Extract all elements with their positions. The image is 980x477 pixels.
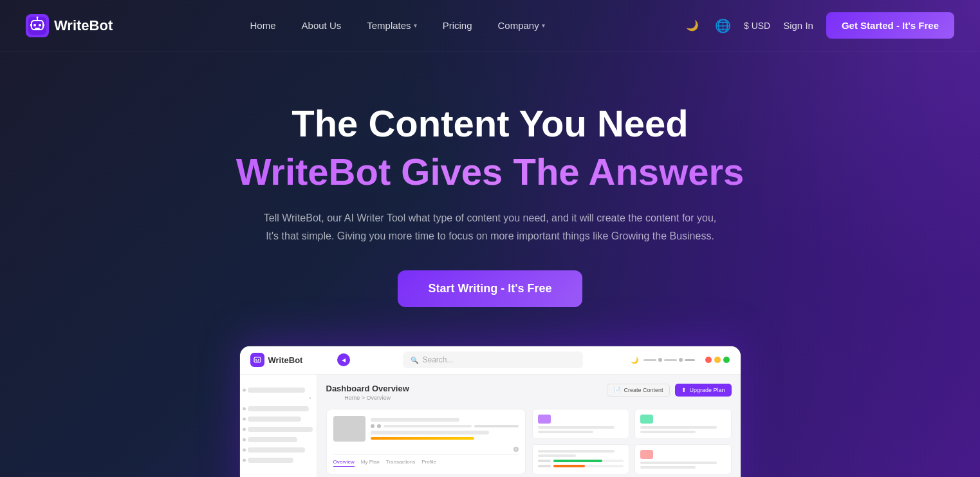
dashboard-logo-icon <box>250 353 264 367</box>
media-thumbnail <box>333 416 365 442</box>
sign-in-button[interactable]: Sign In <box>781 15 816 36</box>
nav-pricing[interactable]: Pricing <box>431 14 484 37</box>
search-placeholder: Search... <box>422 355 453 364</box>
stat-bar-green <box>553 460 602 462</box>
stat-line <box>640 462 717 464</box>
sidebar-toggle-icon: ◀ <box>342 357 346 363</box>
window-close-icon <box>705 357 712 363</box>
dot2 <box>679 358 683 362</box>
text-line <box>371 431 489 435</box>
currency-selector[interactable]: $ USD <box>744 21 770 31</box>
stat-card-3 <box>532 444 629 474</box>
sidebar-item <box>248 447 305 453</box>
stat-line <box>538 431 593 433</box>
card-lines <box>538 450 624 457</box>
card-color-block-purple <box>538 415 551 424</box>
sidebar-item <box>248 406 309 411</box>
nav-company[interactable]: Company ▾ <box>486 14 556 37</box>
status-bar2 <box>664 359 677 361</box>
upgrade-plan-button[interactable]: ⬆ Upgrade Plan <box>675 384 731 397</box>
dashboard-inner: WriteBot ◀ 🔍 Search... 🌙 <box>240 346 741 477</box>
nav-links: Home About Us Templates ▾ Pricing Compan… <box>239 14 557 37</box>
text-line <box>371 418 459 422</box>
sidebar-item <box>248 416 301 422</box>
svg-point-12 <box>258 359 259 360</box>
card-color-block-red <box>640 450 653 459</box>
stat-cards-row2 <box>532 444 732 474</box>
status-bar3 <box>685 359 695 361</box>
card-lines <box>640 426 726 433</box>
stat-label <box>538 460 551 462</box>
dashboard-content-area: Overview My Plan Transactions Profile <box>326 409 732 474</box>
stat-line <box>640 431 696 433</box>
nav-templates[interactable]: Templates ▾ <box>355 14 428 37</box>
nav-about[interactable]: About Us <box>290 14 353 37</box>
svg-point-6 <box>37 16 39 18</box>
dot1 <box>658 358 662 362</box>
card-color-block-green <box>640 415 653 424</box>
line <box>474 425 519 427</box>
dashboard-main: Dashboard Overview Home > Overview 📄 Cre… <box>317 375 741 477</box>
stat-line <box>640 426 717 429</box>
search-icon: 🔍 <box>411 357 418 364</box>
progress-bar-orange <box>371 437 474 440</box>
stat-line <box>538 454 577 457</box>
nav-home[interactable]: Home <box>239 14 288 37</box>
dashboard-search: 🔍 Search... <box>403 351 583 368</box>
stat-bar-row <box>538 465 624 467</box>
tab-profile[interactable]: Profile <box>421 459 436 467</box>
sidebar-item <box>248 437 297 442</box>
stat-cards-row1 <box>532 409 732 439</box>
page-wrapper: WriteBot Home About Us Templates ▾ Prici… <box>0 0 980 477</box>
stat-label <box>538 465 551 467</box>
media-block <box>333 416 519 442</box>
stat-line <box>538 426 615 429</box>
create-content-button[interactable]: 📄 Create Content <box>607 384 670 397</box>
stat-card-1 <box>532 409 629 439</box>
stat-bar-row <box>538 460 624 462</box>
window-minimize-icon <box>714 357 721 363</box>
svg-point-4 <box>39 24 41 26</box>
stat-line <box>640 466 696 469</box>
document-icon: 📄 <box>614 387 621 393</box>
hero-section: The Content You Need WriteBot Gives The … <box>0 51 980 477</box>
stat-bar-container <box>553 460 624 462</box>
stat-card-4 <box>634 444 732 474</box>
company-chevron-icon: ▾ <box>542 22 545 29</box>
stat-bar-orange <box>553 465 585 467</box>
upgrade-icon: ⬆ <box>681 387 687 393</box>
line <box>384 425 472 427</box>
navbar-right: 🌙 🌐 $ USD Sign In Get Started - It's Fre… <box>682 12 954 39</box>
dot <box>371 424 374 428</box>
writebot-logo-icon <box>26 14 49 37</box>
dots-row <box>371 424 519 428</box>
progress-dot <box>513 447 519 452</box>
tab-overview[interactable]: Overview <box>333 459 355 467</box>
dashboard-brand-name: WriteBot <box>268 355 303 365</box>
dashboard-logo: WriteBot <box>250 353 303 367</box>
dashboard-header-buttons: 📄 Create Content ⬆ Upgrade Plan <box>607 384 731 397</box>
sidebar-item <box>248 458 293 463</box>
dashboard-title: Dashboard Overview <box>326 384 409 393</box>
dashboard-sidebar: › <box>240 375 317 477</box>
dashboard-main-header: Dashboard Overview Home > Overview 📄 Cre… <box>326 384 732 401</box>
window-controls <box>705 357 730 363</box>
tab-myplan[interactable]: My Plan <box>361 459 380 467</box>
sidebar-arrow-icon: › <box>240 395 317 401</box>
svg-rect-10 <box>254 357 261 362</box>
card-lines <box>538 426 624 433</box>
stat-line <box>538 450 615 453</box>
get-started-button[interactable]: Get Started - It's Free <box>826 12 954 39</box>
dashboard-tabs: Overview My Plan Transactions Profile <box>333 454 519 467</box>
stat-bar-container <box>553 465 624 467</box>
sidebar-item <box>248 427 313 432</box>
start-writing-button[interactable]: Start Writing - It's Free <box>398 270 583 307</box>
sidebar-item <box>248 388 305 393</box>
dashboard-nav-toggle: ◀ <box>337 353 350 366</box>
dashboard-status-dots <box>643 358 695 362</box>
dark-mode-toggle[interactable]: 🌙 <box>682 15 703 36</box>
tab-transactions[interactable]: Transactions <box>386 459 416 467</box>
moon-icon: 🌙 <box>686 19 699 32</box>
dashboard-preview: WriteBot ◀ 🔍 Search... 🌙 <box>239 346 741 477</box>
language-selector[interactable]: 🌐 <box>713 15 734 36</box>
